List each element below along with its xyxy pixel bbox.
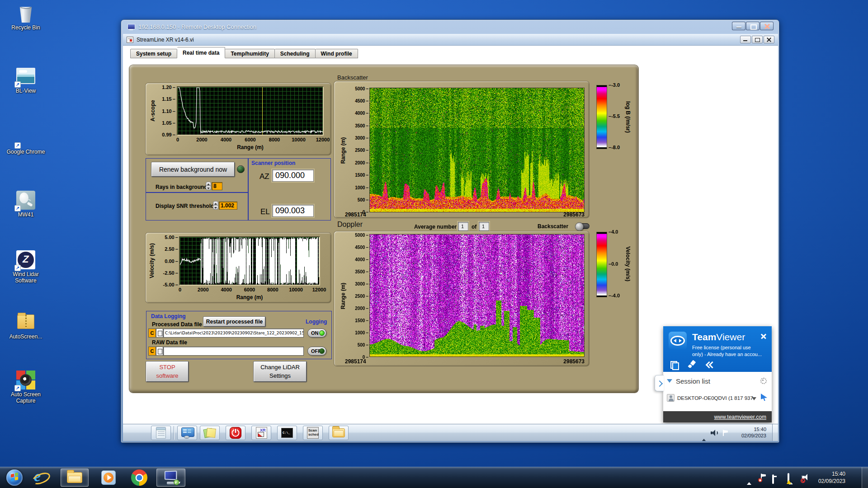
session-copy-icon[interactable] [670, 361, 678, 369]
host-start-button[interactable] [3, 469, 26, 487]
el-value-field[interactable]: 090.003 [272, 205, 314, 217]
app-close-button[interactable] [764, 36, 774, 43]
snr-threshold-label: Display SNR threshold [156, 203, 214, 209]
snr-spinner[interactable] [213, 201, 218, 210]
host-taskbar-internet-explorer[interactable] [28, 469, 52, 487]
raw-logging-switch[interactable]: OFF [307, 347, 326, 356]
rays-value-field[interactable]: 8 [212, 182, 222, 190]
remote-taskbar-streamline-xr[interactable]: XR [251, 426, 271, 440]
velocity-plot [179, 236, 320, 286]
session-row[interactable]: DESKTOP-OE0QDVI (1 817 937 [663, 392, 772, 405]
desktop-icon-recycle-bin[interactable]: Recycle Bin [6, 3, 45, 31]
bl-view-icon: ↗ [15, 66, 36, 87]
collapse-panel-icon[interactable] [706, 361, 714, 369]
restart-processed-file-button[interactable]: Restart processed file [203, 317, 265, 327]
minimize-button[interactable] [732, 22, 745, 30]
tab-wind-profile[interactable]: Wind profile [316, 49, 358, 58]
tab-real-time-data[interactable]: Real time data [177, 47, 225, 58]
rays-spinner[interactable] [206, 182, 211, 190]
desktop-icon-bl-view[interactable]: ↗ BL-View [6, 66, 45, 94]
average-total-field[interactable]: 1 [479, 222, 489, 231]
shortcut-arrow-icon: ↗ [14, 385, 21, 391]
command-prompt-icon: C:\_ [281, 428, 293, 438]
desktop-icon-autoscreen-zip[interactable]: AutoScreen... [6, 312, 45, 340]
session-list-header[interactable]: Session list [663, 372, 772, 392]
data-logging-box: Data Logging Processed Data file Restart… [146, 311, 332, 359]
teamviewer-close-icon[interactable] [760, 333, 767, 340]
session-dropdown-icon[interactable] [752, 397, 756, 400]
az-value-field[interactable]: 090.000 [272, 169, 314, 182]
remote-taskbar-explorer[interactable] [329, 426, 349, 440]
average-number-field[interactable]: 1 [458, 222, 468, 231]
desktop-icon-auto-screen-capture[interactable]: ↗ Auto Screen Capture [6, 370, 45, 404]
host-tray-expand-icon[interactable] [747, 474, 751, 483]
close-button[interactable] [760, 22, 774, 30]
remote-taskbar-sticky-notes[interactable] [200, 426, 220, 440]
remote-clock[interactable]: 15:40 02/09/2023 [741, 426, 766, 439]
network-status-icon[interactable] [788, 473, 789, 483]
processed-data-file-label: Processed Data file [152, 321, 202, 328]
session-settings-gear-icon[interactable] [759, 376, 766, 384]
tab-scheduling[interactable]: Scheduling [275, 49, 316, 58]
app-minimize-button[interactable] [740, 36, 751, 43]
teamviewer-expand-chevron[interactable] [655, 375, 664, 391]
processed-drive-selector[interactable]: C [148, 328, 156, 338]
doppler-time-end: 2985673 [563, 358, 585, 365]
host-taskbar-chrome[interactable] [127, 469, 151, 487]
velocity-x-ticks: 020004000600080001000012000 [180, 287, 319, 292]
chrome-icon [131, 469, 147, 486]
processed-logging-switch[interactable]: ON [307, 328, 326, 338]
remote-tray-expand-icon[interactable] [702, 431, 706, 439]
remote-taskbar-stop[interactable] [226, 426, 245, 440]
tab-system-setup[interactable]: System setup [130, 49, 177, 58]
display-settings-icon [181, 427, 193, 438]
desktop-icon-label: Auto Screen Capture [6, 392, 45, 404]
maximize-button[interactable] [746, 22, 760, 30]
battery-icon[interactable] [772, 474, 774, 484]
sticky-notes-icon [204, 427, 216, 438]
desktop-icon-mw41[interactable]: ↗ MW41 [6, 190, 45, 218]
change-lidar-settings-button[interactable]: Change LiDAR Settings [254, 361, 307, 382]
snr-value-field[interactable]: 1.002 [219, 202, 237, 210]
velocity-y-ticks: 5.002.500.00-2.50-5.00 [155, 237, 178, 285]
remote-volume-icon[interactable] [711, 430, 718, 436]
raw-drive-selector[interactable]: C [148, 347, 156, 356]
processed-browse-button[interactable] [156, 328, 163, 338]
remote-desktop-area: StreamLine XR v14-6.vi System setup Real… [123, 34, 778, 441]
app-restore-button[interactable] [752, 36, 763, 43]
processed-data-file-path[interactable]: C:\Lidar\Data\Proc\2023\202309\20230902\… [163, 328, 304, 338]
tab-label: Scheduling [280, 51, 310, 57]
teamviewer-link[interactable]: www.teamviewer.com [714, 414, 766, 420]
backscatter-toggle-switch[interactable] [576, 223, 590, 229]
host-show-desktop-button[interactable] [862, 467, 868, 488]
remote-show-desktop-button[interactable] [772, 424, 778, 441]
raw-data-file-path[interactable] [163, 347, 304, 356]
backscatter-section-title: Backscatter [337, 74, 368, 81]
host-taskbar-rdp[interactable] [156, 469, 185, 487]
remote-taskbar-notepad[interactable] [151, 426, 171, 440]
zip-folder-icon [15, 312, 36, 333]
raw-browse-button[interactable] [156, 347, 163, 356]
app-title-bar[interactable]: StreamLine XR v14-6.vi [123, 34, 778, 46]
tab-temp-humidity[interactable]: Temp/humidity [225, 49, 274, 58]
brand-bold: Team [692, 332, 716, 342]
remote-taskbar-display-settings[interactable] [177, 426, 197, 440]
a-scope-graph: A-scope 1.201.151.101.050.99 02000400060… [146, 83, 331, 155]
remote-action-center-flag-icon[interactable] [722, 430, 728, 436]
remote-cursor-icon[interactable] [761, 394, 767, 401]
remote-taskbar-scan-scheduler[interactable]: Scansched [303, 426, 323, 440]
recycle-bin-icon [15, 3, 36, 23]
host-taskbar-explorer[interactable] [61, 469, 89, 487]
rdp-title-bar[interactable]: 192.168.0.150 - Remote Desktop Connectio… [121, 20, 779, 34]
renew-background-button[interactable]: Renew background now [151, 162, 235, 177]
teamviewer-brand: TeamViewer [692, 332, 745, 343]
whiteboard-brush-icon[interactable] [688, 361, 696, 369]
host-taskbar-media-player[interactable] [97, 469, 120, 487]
remote-taskbar-command-prompt[interactable]: C:\_ [277, 426, 297, 440]
host-clock[interactable]: 15:40 02/09/2023 [818, 470, 845, 485]
desktop-icon-google-chrome[interactable]: ↗ Google Chrome [6, 127, 45, 155]
folder-icon [67, 472, 82, 483]
stop-software-button[interactable]: STOP software [146, 361, 189, 382]
desktop-icon-wind-lidar[interactable]: ↗ Wind Lidar Software [6, 249, 45, 284]
session-list-expander-icon[interactable] [667, 379, 672, 383]
